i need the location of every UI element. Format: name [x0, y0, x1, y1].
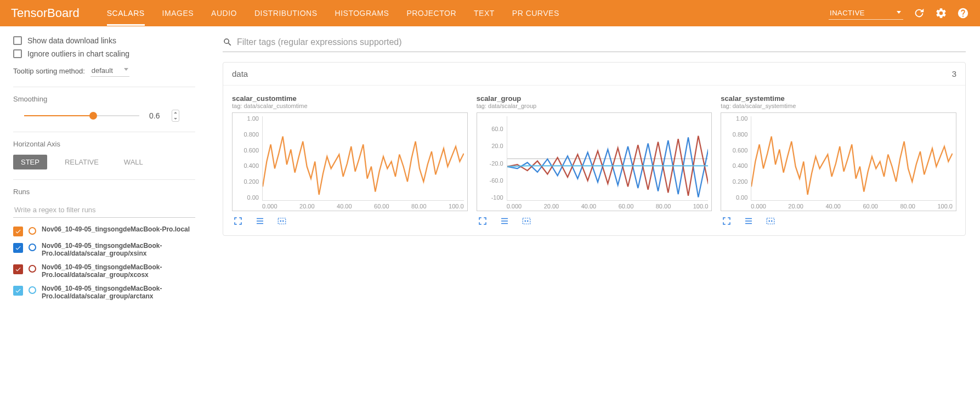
ignore-outliers-row[interactable]: Ignore outliers in chart scaling	[13, 49, 195, 58]
chart-yaxis: 60.020.0-20.0-60.0-100	[477, 113, 507, 211]
sidebar: Show data download links Ignore outliers…	[0, 26, 208, 315]
tab-histograms[interactable]: HISTOGRAMS	[335, 1, 389, 26]
run-item[interactable]: Nov06_10-49-05_tingsongdeMacBook-Pro.loc…	[13, 263, 195, 279]
chart-svg	[507, 116, 709, 217]
tag-card-title: data	[232, 69, 248, 78]
run-label: Nov06_10-49-05_tingsongdeMacBook-Pro.loc…	[42, 263, 195, 279]
smoothing-stepper[interactable]	[172, 110, 179, 122]
tag-filter-row[interactable]: Filter tags (regular expressions support…	[223, 34, 966, 52]
show-download-label: Show data download links	[27, 36, 116, 45]
main-panel: Filter tags (regular expressions support…	[208, 26, 980, 315]
ignore-outliers-checkbox[interactable]	[13, 49, 22, 58]
chart-toolbar	[232, 216, 468, 227]
run-checkbox[interactable]	[13, 227, 23, 236]
tab-projector[interactable]: PROJECTOR	[406, 1, 456, 26]
refresh-icon[interactable]	[913, 7, 925, 19]
run-label: Nov06_10-49-05_tingsongdeMacBook-Pro.loc…	[42, 225, 190, 233]
chart-title: scalar_customtime	[232, 94, 468, 103]
chart-plot[interactable]: 1.000.8000.6000.4000.2000.00 0.00020.004…	[721, 112, 956, 211]
chart-plot[interactable]: 60.020.0-20.0-60.0-100 0.00020.0040.0060…	[477, 112, 712, 211]
axis-buttons: STEP RELATIVE WALL	[13, 155, 195, 169]
run-swatch	[29, 227, 36, 235]
header-right: INACTIVE	[829, 7, 969, 20]
chart-tag: tag: data/scalar_group	[477, 103, 712, 109]
nav-tabs: SCALARS IMAGES AUDIO DISTRIBUTIONS HISTO…	[107, 1, 829, 26]
run-checkbox[interactable]	[13, 243, 23, 253]
chart-xaxis: 0.00020.0040.0060.0080.00100.0	[751, 203, 953, 210]
runs-list: Nov06_10-49-05_tingsongdeMacBook-Pro.loc…	[13, 225, 195, 300]
tooltip-sorting-select[interactable]: default	[90, 65, 129, 77]
chart-svg	[263, 116, 464, 217]
tab-audio[interactable]: AUDIO	[211, 1, 237, 26]
run-label: Nov06_10-49-05_tingsongdeMacBook-Pro.loc…	[42, 242, 195, 258]
chart-tag: tag: data/scalar_systemtime	[721, 103, 956, 109]
fit-domain-icon[interactable]	[764, 216, 777, 227]
svg-rect-3	[523, 218, 530, 224]
runs-filter-input[interactable]: Write a regex to filter runs	[13, 202, 195, 218]
run-swatch	[29, 286, 36, 294]
horizontal-axis-title: Horizontal Axis	[13, 140, 195, 148]
chart-tag: tag: data/scalar_customtime	[232, 103, 468, 109]
smoothing-value: 0.6	[149, 111, 162, 120]
tooltip-sorting-value: default	[92, 66, 113, 75]
gear-icon[interactable]	[935, 7, 947, 19]
run-item[interactable]: Nov06_10-49-05_tingsongdeMacBook-Pro.loc…	[13, 225, 195, 236]
chart-column: scalar_systemtime tag: data/scalar_syste…	[721, 94, 956, 227]
divider	[13, 132, 195, 132]
runs-title: Runs	[13, 188, 195, 196]
axis-btn-step[interactable]: STEP	[13, 155, 47, 169]
slider-thumb[interactable]	[89, 112, 97, 120]
axis-btn-relative[interactable]: RELATIVE	[57, 155, 106, 169]
svg-point-2	[283, 220, 284, 222]
run-swatch	[29, 265, 36, 273]
smoothing-slider-row: 0.6	[13, 110, 195, 122]
brand-title: TensorBoard	[11, 6, 80, 20]
show-download-checkbox[interactable]	[13, 36, 22, 45]
tab-text[interactable]: TEXT	[474, 1, 495, 26]
svg-point-8	[772, 220, 773, 222]
expand-icon[interactable]	[721, 216, 733, 227]
run-checkbox[interactable]	[13, 264, 23, 274]
chart-yaxis: 1.000.8000.6000.4000.2000.00	[233, 113, 262, 211]
smoothing-slider[interactable]	[24, 115, 139, 116]
toggle-y-icon[interactable]	[499, 216, 511, 227]
chart-title: scalar_group	[477, 94, 712, 103]
fit-domain-icon[interactable]	[520, 216, 533, 227]
ignore-outliers-label: Ignore outliers in chart scaling	[27, 49, 129, 58]
app-header: TensorBoard SCALARS IMAGES AUDIO DISTRIB…	[0, 0, 980, 26]
tab-prcurves[interactable]: PR CURVES	[512, 1, 559, 26]
expand-icon[interactable]	[232, 216, 244, 227]
chart-title: scalar_systemtime	[721, 94, 956, 103]
svg-point-4	[525, 220, 526, 222]
chart-plot[interactable]: 1.000.8000.6000.4000.2000.00 0.00020.004…	[232, 112, 468, 211]
run-checkbox[interactable]	[13, 286, 23, 296]
run-label: Nov06_10-49-05_tingsongdeMacBook-Pro.loc…	[42, 285, 195, 301]
fit-domain-icon[interactable]	[276, 216, 288, 227]
axis-btn-wall[interactable]: WALL	[116, 155, 151, 169]
svg-point-7	[769, 220, 770, 222]
chart-column: scalar_customtime tag: data/scalar_custo…	[232, 94, 468, 227]
chart-xaxis: 0.00020.0040.0060.0080.00100.0	[262, 203, 464, 210]
show-download-row[interactable]: Show data download links	[13, 36, 195, 45]
expand-icon[interactable]	[477, 216, 489, 227]
tab-scalars[interactable]: SCALARS	[107, 1, 145, 26]
tag-filter-placeholder: Filter tags (regular expressions support…	[237, 37, 402, 47]
tag-card-header[interactable]: data 3	[223, 63, 965, 86]
svg-rect-6	[767, 218, 775, 224]
run-item[interactable]: Nov06_10-49-05_tingsongdeMacBook-Pro.loc…	[13, 285, 195, 301]
smoothing-title: Smoothing	[13, 95, 195, 103]
run-item[interactable]: Nov06_10-49-05_tingsongdeMacBook-Pro.loc…	[13, 242, 195, 258]
caret-down-icon	[124, 68, 128, 71]
toggle-y-icon[interactable]	[254, 216, 266, 227]
tab-images[interactable]: IMAGES	[162, 1, 194, 26]
chart-column: scalar_group tag: data/scalar_group 60.0…	[477, 94, 712, 227]
divider	[13, 179, 195, 180]
help-icon[interactable]	[957, 7, 969, 19]
status-dropdown[interactable]: INACTIVE	[829, 7, 903, 20]
status-text: INACTIVE	[830, 9, 865, 17]
chart-toolbar	[721, 216, 956, 227]
tag-card-body: scalar_customtime tag: data/scalar_custo…	[223, 86, 965, 235]
toggle-y-icon[interactable]	[743, 216, 755, 227]
tab-distributions[interactable]: DISTRIBUTIONS	[254, 1, 318, 26]
tag-card-count: 3	[952, 69, 956, 78]
